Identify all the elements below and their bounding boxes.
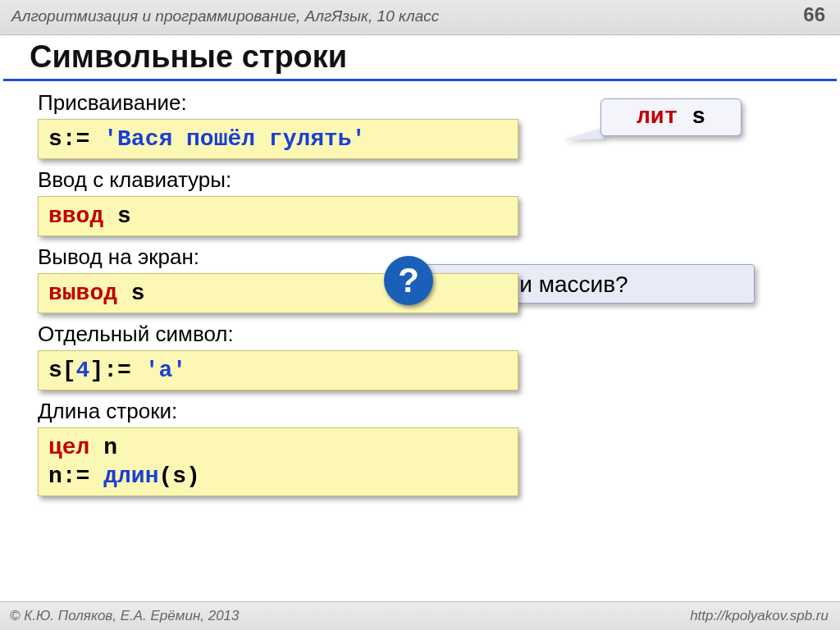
label-assign: Присваивание: — [38, 90, 801, 116]
code-char: s[4]:= 'a' — [38, 350, 518, 390]
code-literal: 'a' — [145, 358, 186, 383]
label-char: Отдельный символ: — [38, 322, 801, 347]
code-text: s:= — [48, 126, 103, 152]
code-output: вывод s — [38, 273, 518, 313]
code-text: ]:= — [89, 358, 144, 383]
code-text: s[ — [48, 358, 76, 383]
label-length: Длина строки: — [38, 399, 801, 424]
title-underline — [3, 79, 837, 81]
page-number: 66 — [803, 3, 825, 26]
code-text: n — [89, 435, 117, 460]
code-keyword: вывод — [48, 281, 117, 306]
footer-copyright: © К.Ю. Поляков, Е.А. Ерёмин, 2013 — [10, 608, 240, 624]
label-input: Ввод с клавиатуры: — [38, 167, 801, 193]
code-keyword: цел — [48, 435, 89, 460]
footer-url: http://kpolyakov.spb.ru — [690, 608, 829, 624]
code-input: ввод s — [38, 196, 518, 236]
slide: Алгоритмизация и программирование, АлгЯз… — [0, 0, 840, 630]
breadcrumb: Алгоритмизация и программирование, АлгЯз… — [11, 7, 439, 25]
code-text: n:= — [48, 463, 103, 489]
code-text: s — [103, 203, 131, 229]
code-text: s — [117, 281, 145, 306]
code-assign: s:= 'Вася пошёл гулять' — [38, 119, 518, 159]
code-literal: 'Вася пошёл гулять' — [103, 126, 365, 152]
code-func: длин — [103, 463, 158, 489]
code-length: цел n n:= длин(s) — [38, 427, 518, 496]
code-text: (s) — [158, 463, 199, 489]
question-mark-icon: ? — [384, 256, 433, 305]
page-title: Символьные строки — [30, 39, 347, 75]
code-keyword: ввод — [48, 203, 103, 229]
code-index: 4 — [76, 358, 90, 383]
